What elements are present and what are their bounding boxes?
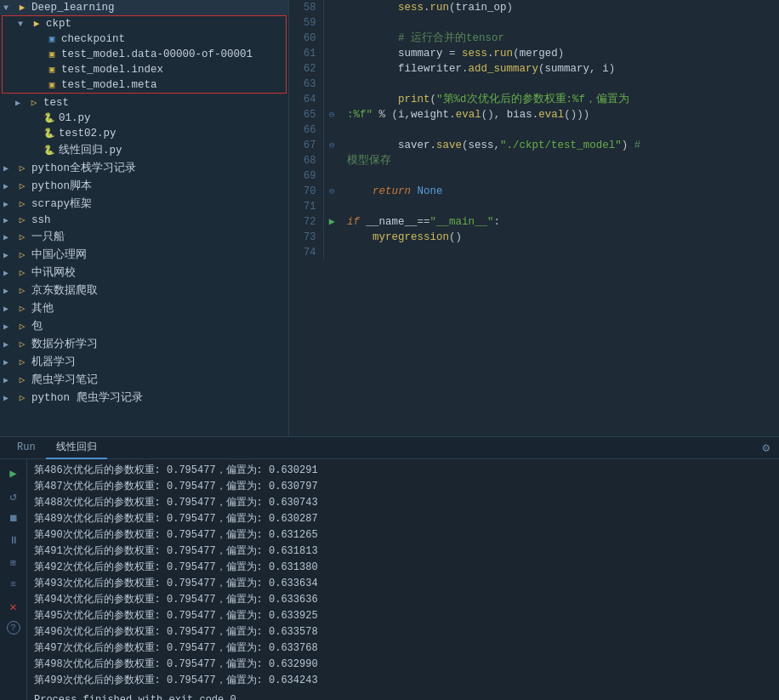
sidebar-item-python-learning[interactable]: ▶ ▷ python全栈学习记录 [0, 159, 288, 177]
sidebar-item-label: 中国心理网 [31, 248, 87, 262]
stop-button[interactable]: ⏹ [6, 510, 21, 526]
line-content [340, 199, 779, 214]
sidebar-item-ckpt[interactable]: ▼ ▶ ckpt [3, 16, 286, 31]
sidebar-item-other[interactable]: ▶ ▷ 其他 [0, 299, 288, 317]
settings-icon[interactable]: ⚙ [760, 439, 772, 457]
sidebar-item-linear-py[interactable]: 🐍 线性回归.py [0, 141, 288, 159]
line-number: 58 [289, 0, 323, 15]
output-line: 第487次优化后的参数权重: 0.795477，偏置为: 0.630797 [34, 479, 772, 495]
bottom-content: ▶ ↺ ⏹ ⏸ ⊞ ≡ ✕ ? 第486次优化后的参数权重: 0.795477，… [0, 459, 779, 700]
line-content: print("第%d次优化后的参数权重:%f，偏置为 [340, 92, 779, 107]
sidebar-item-label: 01.py [59, 112, 91, 124]
sidebar-item-label: 包 [31, 319, 43, 333]
table-row: 74 [289, 245, 779, 260]
sidebar-item-test02py[interactable]: 🐍 test02.py [0, 126, 288, 141]
line-content: summary = sess.run(merged) [340, 46, 779, 61]
sidebar-item-spider-notes[interactable]: ▶ ▷ 爬虫学习笔记 [0, 371, 288, 389]
sidebar-item-ssh[interactable]: ▶ ▷ ssh [0, 213, 288, 228]
line-gutter: ⊖ [323, 107, 340, 122]
table-row: 70 ⊖ return None [289, 184, 779, 199]
output-line: 第488次优化后的参数权重: 0.795477，偏置为: 0.630743 [34, 495, 772, 511]
sidebar-item-python-more[interactable]: ▶ ▷ python 爬虫学习记录 [0, 389, 288, 407]
file-icon: ▣ [45, 79, 59, 91]
chevron-right-icon: ▶ [3, 286, 15, 296]
sidebar-item-label: 爬虫学习笔记 [31, 373, 98, 387]
rerun-button[interactable]: ↺ [6, 488, 21, 504]
tab-run[interactable]: Run [7, 438, 46, 458]
line-number: 59 [289, 15, 323, 31]
sidebar-item-label: checkpoint [61, 33, 125, 45]
line-number: 65 [289, 107, 323, 122]
sidebar-item-scrapy[interactable]: ▶ ▷ scrapy框架 [0, 195, 288, 213]
sidebar-item-jd-data[interactable]: ▶ ▷ 京东数据爬取 [0, 282, 288, 299]
sidebar-item-ml[interactable]: ▶ ▷ 机器学习 [0, 353, 288, 371]
sidebar-item-checkpoint[interactable]: ▣ checkpoint [3, 31, 286, 47]
sidebar-item-label: test [43, 97, 69, 109]
sidebar-item-deep-learning[interactable]: ▼ ▶ Deep_learning [0, 0, 288, 15]
sidebar-item-python-script[interactable]: ▶ ▷ python脚本 [0, 177, 288, 195]
sidebar-item-test-model-index[interactable]: ▣ test_model.index [3, 62, 286, 77]
line-gutter: ⊖ [323, 138, 340, 153]
sidebar-item-zhixun[interactable]: ▶ ▷ 中讯网校 [0, 264, 288, 282]
line-gutter [323, 153, 340, 168]
output-finish-line: Process finished with exit code 0 [34, 692, 772, 700]
sidebar-item-label: test_model.index [61, 64, 163, 76]
file-icon: ▣ [45, 33, 59, 45]
output-line: 第494次优化后的参数权重: 0.795477，偏置为: 0.633636 [34, 592, 772, 608]
bottom-panel: Run 线性回归 ⚙ ▶ ↺ ⏹ ⏸ ⊞ ≡ ✕ ? [0, 436, 779, 700]
table-row: 66 [289, 122, 779, 138]
sidebar-item-label: 其他 [31, 301, 54, 316]
sidebar-item-data-analysis[interactable]: ▶ ▷ 数据分析学习 [0, 335, 288, 353]
table-row: 58 sess.run(train_op) [289, 0, 779, 15]
sidebar-item-bag[interactable]: ▶ ▷ 包 [0, 317, 288, 335]
table-row: 73 myregression() [289, 230, 779, 245]
output-line: 第497次优化后的参数权重: 0.795477，偏置为: 0.633768 [34, 640, 772, 657]
table-row: 67 ⊖ saver.save(sess,"./ckpt/test_model"… [289, 138, 779, 153]
sidebar-item-test-model-meta[interactable]: ▣ test_model.meta [3, 77, 286, 93]
chevron-right-icon: ▶ [3, 304, 15, 314]
chevron-right-icon: ▶ [15, 98, 27, 108]
folder-icon: ▶ [15, 2, 29, 14]
sidebar-item-01py[interactable]: 🐍 01.py [0, 111, 288, 126]
code-editor[interactable]: 58 sess.run(train_op) 59 60 [289, 0, 779, 436]
folder-icon: ▷ [15, 214, 29, 226]
line-number: 72 [289, 214, 323, 230]
help-button[interactable]: ? [7, 621, 20, 635]
chevron-right-icon: ▶ [3, 339, 15, 350]
output-area[interactable]: 第486次优化后的参数权重: 0.795477，偏置为: 0.630291 第4… [27, 459, 779, 700]
folder-icon: ▷ [15, 198, 29, 210]
code-table: 58 sess.run(train_op) 59 60 [289, 0, 779, 260]
file-icon: 🐍 [43, 145, 56, 157]
line-number: 68 [289, 153, 323, 168]
pause-button[interactable]: ⏸ [6, 532, 21, 548]
line-content: 模型保存 [340, 153, 779, 168]
line-number: 62 [289, 61, 323, 77]
tools-button[interactable]: ⊞ [6, 555, 21, 570]
line-number: 64 [289, 92, 323, 107]
top-area: ▼ ▶ Deep_learning ▼ ▶ ckpt ▣ checkpoint [0, 0, 779, 436]
line-content: saver.save(sess,"./ckpt/test_model") # [340, 138, 779, 153]
sidebar-item-oneboat[interactable]: ▶ ▷ 一只船 [0, 228, 288, 246]
sidebar-item-china-psych[interactable]: ▶ ▷ 中国心理网 [0, 246, 288, 264]
folder-icon: ▷ [15, 356, 29, 368]
folder-icon: ▷ [15, 231, 29, 243]
folder-icon: ▷ [15, 303, 29, 315]
clear-button[interactable]: ✕ [6, 599, 21, 614]
line-content [340, 15, 779, 31]
line-number: 61 [289, 46, 323, 61]
scroll-button[interactable]: ≡ [6, 577, 21, 592]
sidebar-item-test-model-data[interactable]: ▣ test_model.data-00000-of-00001 [3, 47, 286, 62]
bottom-toolbar: ⚙ [760, 439, 772, 457]
sidebar-item-label: 中讯网校 [31, 265, 76, 280]
line-content: return None [340, 184, 779, 199]
sidebar-item-test[interactable]: ▶ ▷ test [0, 95, 288, 111]
sidebar-item-label: python全栈学习记录 [31, 161, 136, 175]
folder-icon: ▷ [15, 374, 29, 386]
run-play-button[interactable]: ▶ [5, 464, 22, 481]
tab-linear-regression[interactable]: 线性回归 [46, 436, 107, 459]
folder-icon: ▷ [15, 267, 29, 279]
run-sidebar: ▶ ↺ ⏹ ⏸ ⊞ ≡ ✕ ? [0, 459, 27, 700]
folder-icon: ▷ [15, 392, 29, 404]
tab-run-label: Run [17, 441, 36, 453]
line-content [340, 77, 779, 92]
